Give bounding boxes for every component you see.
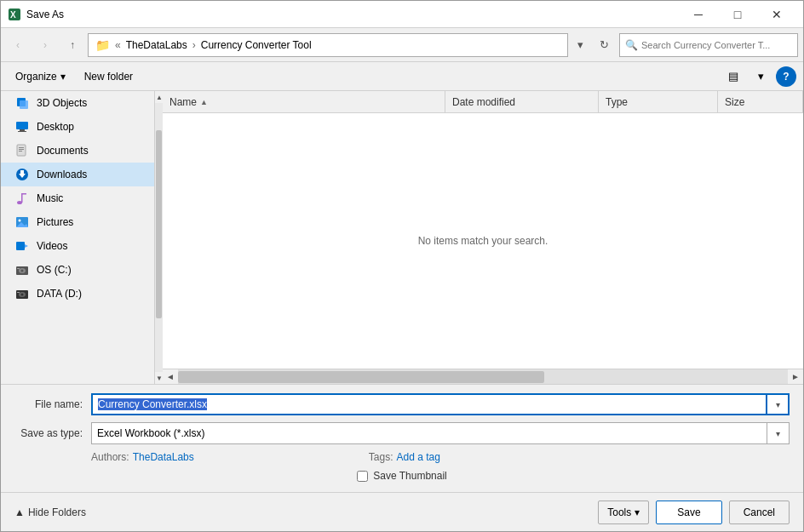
save-thumbnail-label[interactable]: Save Thumbnail <box>373 470 447 482</box>
sidebar-item-music[interactable]: Music <box>1 186 154 210</box>
svg-point-24 <box>21 270 24 272</box>
thumbnail-row: Save Thumbnail <box>14 470 790 482</box>
svg-rect-4 <box>16 122 28 129</box>
column-header-type[interactable]: Type <box>599 91 718 112</box>
authors-label: Authors: <box>91 451 129 463</box>
svg-point-18 <box>19 220 21 222</box>
authors-value[interactable]: TheDataLabs <box>133 451 194 463</box>
desktop-label: Desktop <box>37 121 74 133</box>
hscroll-left-button[interactable]: ◄ <box>163 369 178 385</box>
maximize-button[interactable]: □ <box>718 1 757 28</box>
help-button[interactable]: ? <box>776 66 796 87</box>
documents-icon <box>14 143 30 158</box>
pictures-label: Pictures <box>37 216 73 228</box>
scroll-up-arrow[interactable]: ▲ <box>155 91 163 103</box>
forward-button[interactable]: › <box>33 33 57 57</box>
save-thumbnail-checkbox[interactable] <box>357 471 368 482</box>
tools-arrow: ▾ <box>635 506 640 518</box>
path-dropdown-button[interactable]: ▾ <box>571 33 589 57</box>
tools-label: Tools <box>607 506 631 518</box>
sidebar-item-documents[interactable]: Documents <box>1 139 154 163</box>
svg-rect-20 <box>16 242 25 250</box>
svg-point-28 <box>21 294 24 296</box>
tools-button[interactable]: Tools ▾ <box>598 501 649 524</box>
filename-dropdown-button[interactable]: ▾ <box>767 393 790 415</box>
search-input[interactable] <box>641 40 792 50</box>
sidebar-item-desktop[interactable]: Desktop <box>1 115 154 139</box>
view-dropdown-button[interactable]: ▾ <box>749 66 772 88</box>
column-header-date[interactable]: Date modified <box>445 91 599 112</box>
new-folder-button[interactable]: New folder <box>77 66 141 88</box>
sidebar-item-os-c[interactable]: OS (C:) <box>1 258 154 282</box>
data-drive-icon <box>14 286 30 301</box>
documents-label: Documents <box>37 145 89 157</box>
sidebar-item-downloads[interactable]: Downloads <box>1 163 154 186</box>
svg-rect-29 <box>17 292 20 293</box>
minimize-button[interactable]: ─ <box>679 1 718 28</box>
3d-objects-icon <box>14 95 30 111</box>
svg-rect-15 <box>21 193 23 203</box>
filename-row: File name: ▾ <box>14 393 790 415</box>
close-button[interactable]: ✕ <box>757 1 796 28</box>
svg-rect-13 <box>20 170 24 174</box>
svg-rect-9 <box>19 149 24 150</box>
save-button[interactable]: Save <box>656 501 721 524</box>
scroll-down-arrow[interactable]: ▼ <box>155 372 163 384</box>
filename-input-wrapper: ▾ <box>91 393 790 415</box>
savetype-select[interactable]: Excel Workbook (*.xlsx) <box>91 422 767 444</box>
music-icon <box>14 191 30 206</box>
music-label: Music <box>37 192 63 204</box>
refresh-button[interactable]: ↻ <box>592 33 616 57</box>
cancel-button[interactable]: Cancel <box>729 501 790 524</box>
window-controls: ─ □ ✕ <box>679 1 796 28</box>
search-icon: 🔍 <box>625 39 638 51</box>
sidebar-item-videos[interactable]: Videos <box>1 234 154 258</box>
svg-marker-21 <box>25 244 28 248</box>
hide-folders-label: Hide Folders <box>28 506 86 518</box>
hscroll-thumb <box>178 371 544 383</box>
file-list-header: Name ▲ Date modified Type Size <box>163 91 803 113</box>
hide-folders-collapse-icon: ▲ <box>14 506 25 518</box>
scroll-thumb <box>156 130 162 318</box>
folder-icon: 📁 <box>95 38 110 52</box>
organize-button[interactable]: Organize ▾ <box>8 66 73 88</box>
view-button[interactable]: ▤ <box>721 66 745 88</box>
hscroll-right-button[interactable]: ► <box>788 369 803 385</box>
dialog-title: Save As <box>26 9 679 20</box>
up-button[interactable]: ↑ <box>60 33 84 57</box>
desktop-icon <box>14 119 30 134</box>
downloads-icon <box>14 167 30 182</box>
tags-label: Tags: <box>369 451 393 463</box>
filename-input[interactable] <box>91 393 767 415</box>
column-header-name[interactable]: Name ▲ <box>163 91 445 112</box>
savetype-dropdown-button[interactable]: ▾ <box>767 422 790 444</box>
path-thedatalabs: TheDataLabs <box>126 39 187 51</box>
videos-icon <box>14 238 30 254</box>
hscroll-track[interactable] <box>178 369 788 385</box>
svg-rect-25 <box>17 268 20 269</box>
sidebar-item-data-d[interactable]: DATA (D:) <box>1 282 154 306</box>
back-button[interactable]: ‹ <box>6 33 30 57</box>
sidebar-item-pictures[interactable]: Pictures <box>1 210 154 234</box>
svg-rect-10 <box>19 151 22 152</box>
sidebar-scrollbar: ▲ ▼ <box>154 91 163 384</box>
save-as-dialog: X Save As ─ □ ✕ ‹ › ↑ 📁 « TheDataLabs › … <box>0 0 804 532</box>
hide-folders-button[interactable]: ▲ Hide Folders <box>14 506 86 518</box>
videos-label: Videos <box>37 240 67 252</box>
address-path[interactable]: 📁 « TheDataLabs › Currency Converter Too… <box>88 33 568 57</box>
horizontal-scrollbar: ◄ ► <box>163 369 803 384</box>
tags-value[interactable]: Add a tag <box>397 451 440 463</box>
empty-message: No items match your search. <box>418 235 548 247</box>
path-currency-converter: Currency Converter Tool <box>201 39 312 51</box>
sidebar: 3D Objects Desktop <box>1 91 154 384</box>
svg-rect-3 <box>20 100 28 109</box>
main-content: 3D Objects Desktop <box>1 91 803 384</box>
svg-rect-7 <box>17 145 26 156</box>
svg-rect-6 <box>18 131 26 132</box>
scroll-track[interactable] <box>155 103 163 372</box>
excel-icon: X <box>8 8 21 21</box>
sidebar-item-3d-objects[interactable]: 3D Objects <box>1 91 154 115</box>
column-header-size[interactable]: Size <box>718 91 803 112</box>
svg-text:X: X <box>10 10 16 20</box>
bottom-section: File name: ▾ Save as type: Excel Workboo… <box>1 384 803 492</box>
